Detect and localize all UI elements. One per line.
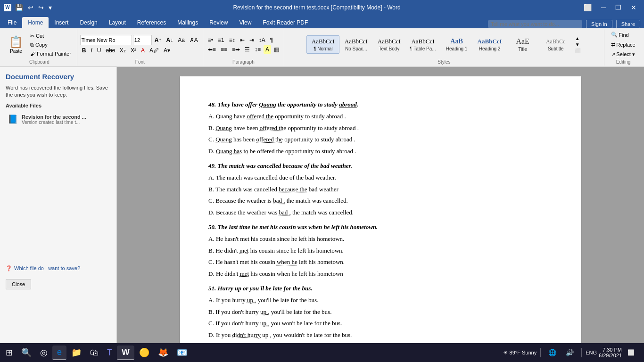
align-right-button[interactable]: ≡➡	[230, 45, 242, 54]
question-48: 48. They have offer Quang the opportunit…	[208, 100, 553, 110]
style-subtitle[interactable]: AaBbCc Subtitle	[539, 36, 572, 54]
copy-button[interactable]: ⧉ Copy	[28, 41, 73, 49]
find-button[interactable]: 🔍 Find	[609, 30, 637, 39]
styles-expand-button[interactable]: ⬜	[573, 48, 582, 54]
bold-button[interactable]: B	[80, 46, 88, 55]
store-button[interactable]: 🛍	[86, 346, 102, 360]
underline-button[interactable]: U	[95, 46, 103, 55]
clipboard-group-label: Clipboard	[2, 59, 77, 65]
answer-51c: C. If you don't hurry up , you won't be …	[208, 319, 553, 329]
styles-scroll-up-button[interactable]: ▲	[573, 35, 582, 41]
para-controls: ≡• ≡1 ≡↕ ⇤ ⇥ ↕A ¶ ⬅≡ ≡≡ ≡➡ ☰ ↕≡ A ▦	[206, 36, 281, 54]
close-recovery-button[interactable]: Close	[6, 279, 31, 289]
start-button[interactable]: ⊞	[2, 346, 17, 360]
tab-mailings[interactable]: Mailings	[172, 17, 204, 28]
file-recovery-item[interactable]: 📘 Revision for the second ... Version cr…	[6, 111, 111, 128]
style-heading1-preview: AaB	[450, 38, 462, 45]
text-color-button[interactable]: A	[139, 46, 147, 55]
show-desktop-button[interactable]: ⬜	[624, 347, 638, 358]
tab-insert[interactable]: Insert	[49, 17, 74, 28]
shading-button[interactable]: A	[264, 45, 271, 54]
show-marks-button[interactable]: ¶	[268, 36, 275, 44]
restore-button[interactable]: ❐	[611, 3, 625, 12]
word-taskbar-button[interactable]: W	[117, 346, 134, 360]
change-case-button[interactable]: Aa	[176, 36, 187, 44]
cortana-button[interactable]: ◎	[36, 346, 51, 360]
title-bar: W 💾 ↩ ↪ ▾ Revision for the second term t…	[0, 0, 644, 15]
taskbar-separator	[540, 348, 541, 357]
tab-file[interactable]: File	[2, 17, 22, 28]
style-table-pa[interactable]: AaBbCcI ¶ Table Pa...	[405, 35, 440, 54]
font-grow-button[interactable]: A↑	[153, 36, 164, 44]
file-explorer-button[interactable]: 📁	[67, 346, 85, 360]
tab-references[interactable]: References	[132, 17, 172, 28]
tab-foxit[interactable]: Foxit Reader PDF	[257, 17, 314, 28]
align-left-button[interactable]: ⬅≡	[206, 45, 218, 54]
save-button[interactable]: 💾	[13, 3, 25, 12]
cut-button[interactable]: ✂ Cut	[28, 32, 73, 40]
system-tray-sound[interactable]: 🔊	[562, 347, 578, 358]
sort-button[interactable]: ↕A	[257, 36, 267, 44]
chrome-button[interactable]: 🟡	[135, 346, 153, 360]
style-normal[interactable]: AaBbCcI ¶ Normal	[306, 35, 339, 54]
line-spacing-button[interactable]: ↕≡	[253, 45, 263, 54]
replace-button[interactable]: ⇄ Replace	[609, 40, 637, 49]
increase-indent-button[interactable]: ⇥	[248, 36, 256, 44]
customize-qa-button[interactable]: ▾	[47, 3, 54, 12]
select-button[interactable]: ↗ Select ▾	[609, 50, 637, 59]
answer-48b: B. Quang have been offered the opportuni…	[208, 123, 553, 133]
edge-button[interactable]: e	[52, 346, 66, 360]
paste-button[interactable]: 📋 Paste	[5, 34, 27, 55]
style-heading2[interactable]: AaBbCcI Heading 2	[473, 35, 506, 54]
question-50: 50. The last time he met his cousin was …	[208, 222, 553, 232]
file-info: Revision for the second ... Version crea…	[22, 114, 86, 125]
tab-design[interactable]: Design	[74, 17, 103, 28]
tell-me-input[interactable]	[488, 20, 582, 28]
search-button[interactable]: 🔍	[17, 346, 35, 360]
clipboard-group: 📋 Paste ✂ Cut ⧉ Copy 🖌 Format Painter Cl…	[2, 29, 77, 66]
align-center-button[interactable]: ≡≡	[219, 45, 229, 54]
numbering-button[interactable]: ≡1	[216, 36, 226, 44]
share-button[interactable]: Share	[616, 20, 640, 28]
font-name-input[interactable]	[80, 35, 132, 45]
font-size-input[interactable]	[133, 35, 152, 45]
minimize-button[interactable]: ─	[597, 3, 610, 12]
style-title[interactable]: AaE Title	[506, 35, 539, 54]
font-shrink-button[interactable]: A↓	[164, 36, 175, 44]
font-color-button[interactable]: A▾	[162, 46, 172, 55]
document-area[interactable]: 48. They have offer Quang the opportunit…	[117, 67, 644, 351]
tab-view[interactable]: View	[234, 17, 257, 28]
multilevel-list-button[interactable]: ≡↕	[227, 36, 237, 44]
style-body-text[interactable]: AaBbCcI Text Body	[372, 35, 405, 54]
sign-in-button[interactable]: Sign in	[586, 20, 612, 28]
border-button[interactable]: ▦	[272, 45, 281, 54]
italic-button[interactable]: I	[89, 46, 94, 55]
justify-button[interactable]: ☰	[243, 45, 252, 54]
subscript-button[interactable]: X₂	[118, 46, 128, 55]
bullets-button[interactable]: ≡•	[206, 36, 215, 44]
close-button[interactable]: ✕	[627, 3, 640, 12]
styles-scroll-down-button[interactable]: ▼	[573, 41, 582, 48]
decrease-indent-button[interactable]: ⇤	[238, 36, 247, 44]
style-no-space[interactable]: AaBbCcI No Spac...	[339, 35, 372, 54]
tab-layout[interactable]: Layout	[103, 17, 132, 28]
strikethrough-button[interactable]: abc	[104, 46, 117, 55]
redo-button[interactable]: ↪	[36, 3, 46, 12]
sidebar-description: Word has recovered the following files. …	[6, 84, 111, 99]
tab-home[interactable]: Home	[22, 17, 49, 28]
format-painter-button[interactable]: 🖌 Format Painter	[28, 50, 73, 58]
teams-button[interactable]: T	[103, 346, 116, 360]
system-tray-network[interactable]: 🌐	[545, 347, 560, 358]
ribbon-display-button[interactable]: ⬜	[580, 3, 595, 12]
clear-formatting-button[interactable]: ✗A	[188, 36, 200, 44]
fox-button[interactable]: 🦊	[154, 346, 172, 360]
undo-button[interactable]: ↩	[26, 3, 35, 12]
highlight-button[interactable]: A🖊	[148, 46, 161, 55]
tab-review[interactable]: Review	[204, 17, 233, 28]
met-50b: met	[239, 247, 249, 254]
help-link[interactable]: ❓ Which file do I want to save?	[6, 265, 111, 272]
style-heading1[interactable]: AaB Heading 1	[440, 35, 473, 54]
superscript-button[interactable]: X²	[129, 46, 138, 55]
style-heading1-label: Heading 1	[446, 46, 468, 51]
outlook-button[interactable]: 📧	[173, 346, 191, 360]
